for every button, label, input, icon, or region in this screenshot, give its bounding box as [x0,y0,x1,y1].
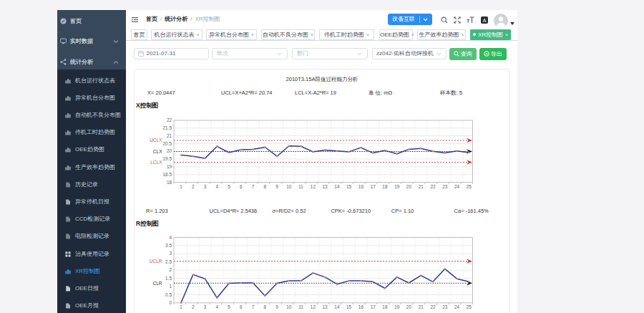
svg-text:18: 18 [382,184,388,189]
svg-text:1: 1 [169,284,172,289]
svg-text:9: 9 [275,304,278,309]
svg-text:10: 10 [286,304,292,309]
svg-text:17: 17 [371,184,376,189]
svg-text:8: 8 [264,184,267,189]
svg-text:23: 23 [442,304,448,309]
svg-text:LCLX: LCLX [150,160,162,165]
svg-text:5: 5 [228,184,230,189]
svg-text:7: 7 [252,304,255,309]
svg-text:2: 2 [192,304,195,309]
svg-text:1: 1 [180,184,182,189]
svg-text:9: 9 [275,184,278,189]
svg-text:14: 14 [334,304,340,309]
svg-text:19: 19 [167,164,172,169]
svg-text:8: 8 [264,304,267,309]
svg-text:6: 6 [240,184,243,189]
svg-text:17: 17 [371,304,376,309]
svg-text:3: 3 [169,251,172,256]
svg-text:4: 4 [216,304,219,309]
svg-text:14: 14 [334,184,340,189]
svg-text:A: A [483,18,487,23]
svg-text:16: 16 [358,304,364,309]
svg-text:22: 22 [167,117,172,122]
svg-text:12: 12 [311,184,316,189]
svg-text:UCLR: UCLR [150,259,162,264]
svg-text:20: 20 [167,148,172,153]
svg-text:19: 19 [394,304,400,309]
svg-text:13: 13 [323,184,328,189]
svg-text:2: 2 [169,267,172,272]
svg-text:21: 21 [419,304,424,309]
svg-text:23: 23 [442,184,448,189]
svg-text:15: 15 [346,184,352,189]
svg-text:5: 5 [228,304,230,309]
svg-text:18: 18 [382,304,388,309]
svg-text:4: 4 [216,184,219,189]
svg-text:18: 18 [167,180,172,185]
svg-text:19: 19 [394,184,400,189]
svg-text:3: 3 [204,304,207,309]
svg-text:25: 25 [467,304,472,309]
svg-text:19.5: 19.5 [163,156,172,161]
svg-text:20: 20 [406,184,412,189]
svg-text:CLR: CLR [152,281,162,286]
svg-text:13: 13 [323,304,328,309]
svg-text:6: 6 [240,304,243,309]
svg-text:0.5: 0.5 [165,292,172,297]
svg-text:7: 7 [252,184,255,189]
svg-text:2: 2 [192,184,195,189]
svg-text:22: 22 [430,184,436,189]
svg-text:CLX: CLX [153,149,162,154]
svg-text:16: 16 [358,184,364,189]
svg-text:24: 24 [454,304,460,309]
svg-text:20: 20 [406,304,412,309]
svg-text:1.5: 1.5 [165,276,172,281]
svg-text:2.5: 2.5 [165,259,172,264]
svg-text:0: 0 [169,300,172,305]
svg-text:21: 21 [419,184,424,189]
svg-text:11: 11 [298,184,303,189]
svg-text:21.5: 21.5 [163,125,172,130]
svg-text:UCLX: UCLX [150,138,162,143]
svg-text:25: 25 [467,184,472,189]
svg-text:22: 22 [430,304,436,309]
svg-text:4: 4 [169,235,172,240]
svg-text:24: 24 [454,184,460,189]
svg-text:3.5: 3.5 [165,243,172,248]
svg-text:11: 11 [298,304,303,309]
svg-text:21: 21 [167,133,172,138]
svg-text:18.5: 18.5 [163,172,172,177]
svg-text:3: 3 [204,184,207,189]
svg-text:12: 12 [311,304,316,309]
svg-text:15: 15 [346,304,352,309]
svg-text:20.5: 20.5 [163,141,172,146]
svg-text:1: 1 [180,304,182,309]
svg-text:10: 10 [286,184,292,189]
